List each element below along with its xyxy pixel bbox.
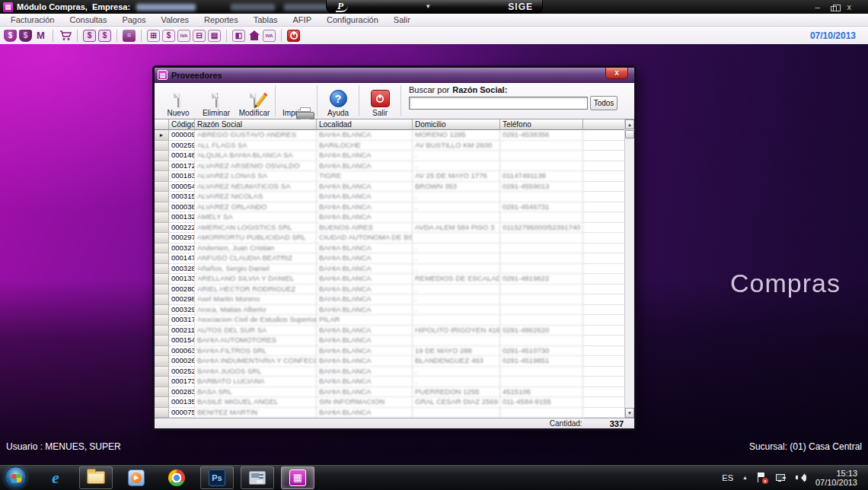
cell-telefono[interactable] (500, 408, 583, 418)
row-selector[interactable] (155, 387, 169, 398)
cell-telefono[interactable] (500, 377, 583, 387)
internet-explorer-icon[interactable]: e (39, 466, 72, 489)
cell-razon-social[interactable]: ALVAREZ LONAS SA (195, 171, 317, 182)
cell-domicilio[interactable]: . (413, 264, 500, 275)
cell-razon-social[interactable]: ABREGO GUSTAVO ANDRES (195, 130, 317, 141)
table-row[interactable]: 000222AMERICAN LOGISTICS SRLBUENOS AIRES… (155, 223, 624, 234)
cell-localidad[interactable]: BAHIA BLANCA (317, 285, 413, 295)
cell-razon-social[interactable]: Axel Martin Moreno (195, 294, 317, 305)
cell-domicilio[interactable] (413, 408, 500, 418)
table-row[interactable]: 000172ALVAREZ ARSENIO OSVALDOBAHIA BLANC… (155, 161, 624, 172)
cell-codigo[interactable]: 000063 (169, 346, 195, 357)
iva-doc-icon[interactable]: IVA (177, 30, 190, 42)
cell-domicilio[interactable]: REMEDIOS DE ESCALADA (413, 274, 500, 285)
table-row[interactable]: 000280ARIEL HECTOR RODRIGUEZBAHIA BLANCA… (155, 285, 624, 295)
cell-codigo[interactable]: 000135 (169, 397, 195, 408)
cell-codigo[interactable]: 000146 (169, 151, 195, 161)
modificar-button[interactable]: Modificar (235, 83, 273, 119)
dollar-search-icon[interactable]: $ (98, 30, 111, 42)
binoculars-search-icon[interactable]: M (34, 30, 47, 42)
minimize-button[interactable]: – (815, 1, 819, 13)
cell-domicilio[interactable]: . (413, 192, 500, 202)
cell-razon-social[interactable]: ALVAREZ ARSENIO OSVALDO (195, 161, 317, 172)
menu-pagos[interactable]: Pagos (114, 15, 153, 24)
row-selector[interactable] (155, 294, 169, 305)
cell-razon-social[interactable]: Asociacion Civil de Estudios Superiores (195, 315, 317, 326)
row-selector[interactable] (155, 356, 169, 367)
table-row[interactable]: 000063BAHIA FILTROS SRLBAHIA BLANCA19 DE… (155, 346, 624, 357)
cell-telefono[interactable] (500, 212, 583, 223)
cell-codigo[interactable]: 000147 (169, 253, 195, 264)
cell-domicilio[interactable]: PUERREDON 1255 (413, 387, 500, 398)
cell-codigo[interactable]: 000315 (169, 192, 195, 202)
cell-telefono[interactable] (500, 141, 583, 151)
cell-telefono[interactable]: 01147491138 (500, 171, 583, 182)
eliminar-button[interactable]: ×Eliminar (197, 83, 235, 119)
cell-domicilio[interactable]: . (413, 294, 500, 305)
table-row[interactable]: 000132AMELY SABAHIA BLANCA (155, 212, 624, 223)
cell-domicilio[interactable]: BROWN 353 (413, 182, 500, 192)
cell-telefono[interactable]: 011-4584-9155 (500, 397, 583, 408)
cell-codigo[interactable]: 000154 (169, 336, 195, 346)
cell-localidad[interactable]: BAHIA BLANCA (317, 264, 413, 275)
table-row[interactable]: 000183ALVAREZ LONAS SATIGREAV 25 DE MAYO… (155, 171, 624, 182)
table-row[interactable]: 000075BENITEZ MARTINBAHIA BLANCA (155, 408, 624, 418)
table-row[interactable]: 000259ALL FLAGS SABARILOCHEAV BUSTILLO K… (155, 141, 624, 151)
cell-domicilio[interactable] (413, 336, 500, 346)
start-button[interactable] (5, 466, 27, 488)
cell-telefono[interactable] (500, 294, 583, 305)
table-row[interactable]: 000026BAHIA INDUMENTARIA Y CONFECCIBAHIA… (155, 356, 624, 367)
cell-codigo[interactable]: 000132 (169, 212, 195, 223)
row-selector[interactable] (155, 243, 169, 254)
cell-codigo[interactable]: 000259 (169, 141, 195, 151)
cell-razon-social[interactable]: AMELY SA (195, 212, 317, 223)
invoice-save-doc-icon[interactable]: ⊞ (147, 30, 160, 42)
menu-consultas[interactable]: Consultas (62, 15, 114, 24)
cell-codigo[interactable]: 000173 (169, 377, 195, 387)
cell-telefono[interactable]: 4515106 (500, 387, 583, 398)
row-selector[interactable] (155, 264, 169, 275)
row-selector[interactable] (155, 326, 169, 336)
cell-domicilio[interactable]: AVDA ALEM 584 PISO 3 (413, 223, 500, 234)
table-row[interactable]: 000133ARELLANO SILVIA Y DANIELBAHIA BLAN… (155, 274, 624, 285)
cell-telefono[interactable]: 01152795000/52391740 (500, 223, 583, 234)
cell-codigo[interactable]: 000298 (169, 294, 195, 305)
cell-razon-social[interactable]: BENITEZ MARTIN (195, 408, 317, 418)
cell-razon-social[interactable]: BARBATO LUCIANA (195, 377, 317, 387)
cell-telefono[interactable] (500, 305, 583, 316)
media-player-icon[interactable]: ▶ (120, 466, 153, 489)
cell-telefono[interactable]: 0291-4862620 (500, 326, 583, 336)
table-row[interactable]: 000315ALVAREZ NICOLASBAHIA BLANCA. (155, 192, 624, 202)
cell-razon-social[interactable]: Andersen, Juan Cristian (195, 243, 317, 254)
row-selector[interactable] (155, 377, 169, 387)
cell-codigo[interactable]: 000054 (169, 182, 195, 192)
row-selector[interactable] (155, 192, 169, 202)
cell-codigo[interactable]: 000328 (169, 264, 195, 275)
cell-razon-social[interactable]: AMERICAN LOGISTICS SRL (195, 223, 317, 234)
cell-codigo[interactable]: 000280 (169, 285, 195, 295)
cell-codigo[interactable]: 000133 (169, 274, 195, 285)
table-row[interactable]: 000329Aroca, Matias AlbertoBAHIA BLANCA. (155, 305, 624, 316)
cell-localidad[interactable]: BAHIA BLANCA (317, 294, 413, 305)
table-row[interactable]: 000297AMORRORTU PUBLICIDAD SRLCIUDAD AUT… (155, 233, 624, 243)
cell-localidad[interactable]: BAHIA BLANCA (317, 274, 413, 285)
table-row[interactable]: 000211AUTOS DEL SUR SABAHIA BLANCAHIPOLI… (155, 326, 624, 336)
row-selector[interactable] (155, 305, 169, 316)
table-row[interactable]: 000154BAHIA AUTOMOTORESBAHIA BLANCA (155, 336, 624, 346)
cell-razon-social[interactable]: BAHIA AUTOMOTORES (195, 336, 317, 346)
iva-book-icon[interactable]: IVA (263, 30, 276, 42)
cell-razon-social[interactable]: ARELLANO SILVIA Y DANIEL (195, 274, 317, 285)
proveedores-close-button[interactable]: x (605, 68, 628, 79)
cell-telefono[interactable] (500, 367, 583, 377)
money-bag-dark-icon[interactable]: $ (19, 30, 32, 42)
ayuda-button[interactable]: ?Ayuda (319, 83, 357, 119)
cell-domicilio[interactable] (413, 212, 500, 223)
cell-localidad[interactable]: BAHIA BLANCA (317, 161, 413, 172)
cell-codigo[interactable]: 000026 (169, 356, 195, 367)
column-header-telefono[interactable]: Teléfono (500, 119, 583, 130)
menu-configuracion[interactable]: Configuración (319, 15, 386, 24)
table-row[interactable]: ►000009ABREGO GUSTAVO ANDRESBAHIA BLANCA… (155, 130, 624, 141)
cash-drawer-icon[interactable]: ≡ (123, 30, 136, 42)
cell-domicilio[interactable]: GRAL CESAR DIAZ 2569 (413, 397, 500, 408)
clock[interactable]: 15:13 07/10/2013 (815, 469, 857, 487)
